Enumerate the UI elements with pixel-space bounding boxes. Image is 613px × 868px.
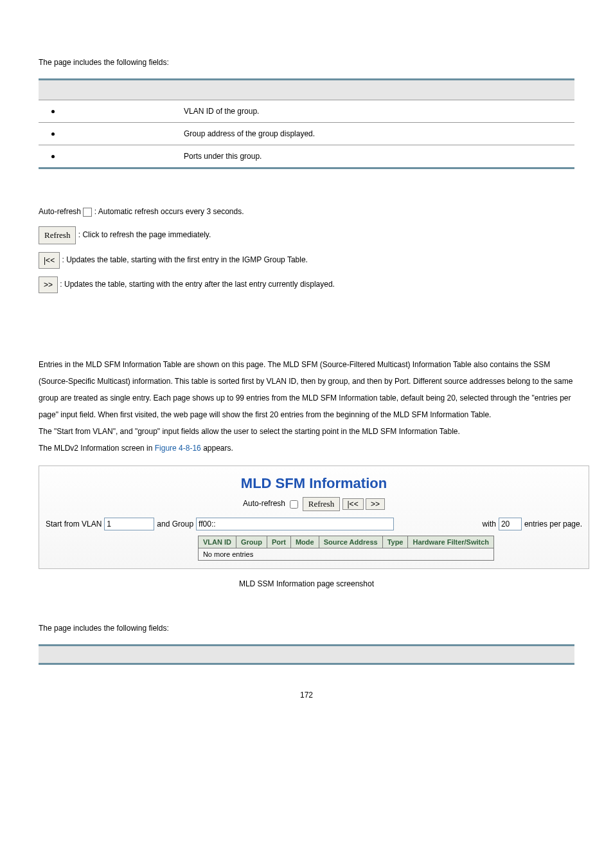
refresh-line: Refresh : Click to refresh the page imme… bbox=[39, 226, 574, 244]
table-row: VLAN ID of the group. bbox=[39, 100, 574, 123]
col-source-address: Source Address bbox=[319, 536, 382, 548]
figure-ref: The MLDv2 Information screen in Figure 4… bbox=[39, 440, 574, 457]
next-line: >> : Updates the table, starting with th… bbox=[39, 276, 574, 293]
col-port: Port bbox=[267, 536, 290, 548]
panel-title: MLD SFM Information bbox=[46, 475, 582, 492]
first-page-button[interactable]: |<< bbox=[342, 498, 364, 510]
col-object bbox=[39, 80, 176, 100]
cell-desc: Group address of the group displayed. bbox=[176, 123, 574, 145]
col-description bbox=[176, 80, 574, 100]
and-group-label: and Group bbox=[157, 520, 193, 529]
refresh-button-icon: Refresh bbox=[39, 226, 76, 244]
checkbox-icon bbox=[83, 208, 92, 217]
bullet-icon bbox=[51, 155, 55, 158]
fields-table-1: VLAN ID of the group. Group address of t… bbox=[39, 78, 574, 169]
auto-refresh-label: Auto-refresh bbox=[243, 499, 285, 508]
cell-desc: Ports under this group. bbox=[176, 145, 574, 168]
entries-per-page-input[interactable] bbox=[499, 518, 522, 530]
page-number: 172 bbox=[39, 691, 574, 700]
no-more-entries: No more entries bbox=[198, 548, 493, 561]
first-page-button-icon: |<< bbox=[39, 252, 60, 269]
table-row: No more entries bbox=[198, 548, 493, 561]
next-page-button-icon: >> bbox=[39, 276, 58, 293]
bullet-icon bbox=[51, 110, 55, 113]
vlan-input[interactable] bbox=[104, 518, 154, 530]
refresh-button[interactable]: Refresh bbox=[303, 497, 340, 511]
col-object bbox=[39, 646, 162, 664]
body-text: Entries in the MLD SFM Information Table… bbox=[39, 356, 574, 423]
auto-refresh-line: Auto-refresh : Automatic refresh occurs … bbox=[39, 204, 574, 219]
col-vlan-id: VLAN ID bbox=[198, 536, 236, 548]
col-type: Type bbox=[382, 536, 408, 548]
intro-text-2: The page includes the following fields: bbox=[39, 624, 574, 633]
figure-link[interactable]: Figure 4-8-16 bbox=[155, 444, 201, 453]
intro-text: The page includes the following fields: bbox=[39, 58, 574, 67]
per-page-suffix: entries per page. bbox=[524, 520, 582, 529]
start-from-label: Start from VLAN bbox=[46, 520, 102, 529]
group-input[interactable] bbox=[196, 518, 394, 530]
with-label: with bbox=[483, 520, 496, 529]
auto-refresh-checkbox[interactable] bbox=[290, 500, 298, 509]
sfm-table: VLAN ID Group Port Mode Source Address T… bbox=[198, 536, 494, 561]
figure-caption: MLD SSM Information page screenshot bbox=[39, 579, 574, 588]
mld-sfm-panel: MLD SFM Information Auto-refresh Refresh… bbox=[39, 466, 589, 569]
next-page-button[interactable]: >> bbox=[366, 498, 385, 510]
body-text-2: The "Start from VLAN", and "group" input… bbox=[39, 423, 574, 440]
cell-desc: VLAN ID of the group. bbox=[176, 100, 574, 123]
first-line: |<< : Updates the table, starting with t… bbox=[39, 252, 574, 269]
bullet-icon bbox=[51, 132, 55, 136]
table-row: Group address of the group displayed. bbox=[39, 123, 574, 145]
col-description bbox=[162, 646, 574, 664]
col-hw-filter: Hardware Filter/Switch bbox=[408, 536, 494, 548]
col-mode: Mode bbox=[290, 536, 319, 548]
table-row: Ports under this group. bbox=[39, 145, 574, 168]
col-group: Group bbox=[236, 536, 267, 548]
fields-table-2-head bbox=[39, 644, 574, 665]
